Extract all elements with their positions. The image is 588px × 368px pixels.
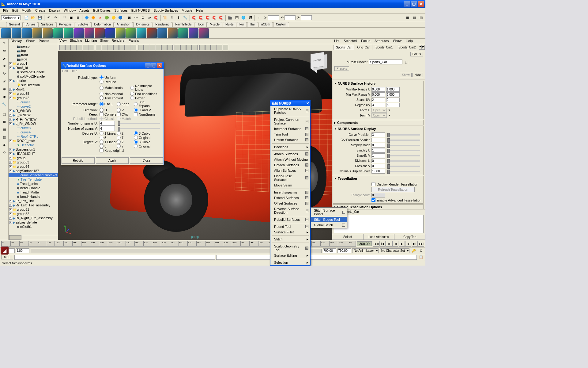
shelf-item-10[interactable]: [105, 28, 115, 38]
vp-tool-0[interactable]: [59, 45, 65, 50]
outliner-item[interactable]: 〰curve1: [9, 100, 58, 104]
menu-item[interactable]: Stitch▶: [270, 236, 310, 242]
shelf-item-19[interactable]: [199, 28, 209, 38]
rotate-tool-icon[interactable]: ↻: [1, 70, 8, 77]
expand-icon[interactable]: +: [9, 114, 12, 117]
last-tool-icon[interactable]: 🔧: [1, 101, 8, 108]
option-box-icon[interactable]: □: [305, 169, 308, 172]
vp-tool-6[interactable]: [96, 45, 101, 50]
vp-tool-4[interactable]: [83, 45, 88, 50]
ipr-icon[interactable]: 🎞: [234, 15, 240, 21]
attr-input[interactable]: [371, 164, 385, 168]
option-box-icon[interactable]: □: [306, 109, 308, 112]
apply-button[interactable]: Apply: [96, 157, 129, 164]
select-button[interactable]: Select: [332, 234, 363, 240]
menu-surfaces[interactable]: Surfaces: [112, 8, 129, 13]
range-end-input[interactable]: [323, 248, 336, 253]
vp-tool-1[interactable]: [65, 45, 71, 50]
radio-option[interactable]: 3 Cubic: [134, 131, 151, 135]
option-box-icon[interactable]: □: [305, 133, 308, 136]
show-button[interactable]: Show: [400, 73, 412, 77]
outliner-item[interactable]: 📷persp: [9, 44, 58, 48]
outliner-item[interactable]: 📷top: [9, 48, 58, 53]
attr-slider[interactable]: [387, 150, 420, 151]
load-attributes-button[interactable]: Load Attributes: [363, 234, 394, 240]
outliner-item[interactable]: +◆R_Rr_WNDW: [9, 117, 58, 121]
mask5-icon[interactable]: 🟡: [111, 15, 117, 21]
select-obj-icon[interactable]: ▣: [68, 15, 74, 21]
shelf-tab-subdivs[interactable]: Subdivs: [75, 22, 91, 27]
shelf-item-7[interactable]: [74, 28, 84, 38]
option-box-icon[interactable]: □: [306, 209, 308, 212]
radio-option[interactable]: 1 Linear: [100, 140, 117, 144]
shelf-item-5[interactable]: [53, 28, 63, 38]
menu-item[interactable]: Untrim Surfaces□: [270, 137, 310, 143]
rebuild-button[interactable]: Rebuild: [62, 157, 95, 164]
vp-tool-19[interactable]: [175, 45, 180, 50]
option-box-icon[interactable]: □: [305, 247, 308, 250]
radio-option[interactable]: 0 to #spans: [134, 100, 151, 108]
shelf-item-16[interactable]: [168, 28, 178, 38]
vp-tool-10[interactable]: [119, 45, 125, 50]
expand-icon[interactable]: +: [9, 67, 12, 69]
shelf-item-12[interactable]: [126, 28, 136, 38]
outliner-item[interactable]: +◆Rr_Right_Tire_assembly: [9, 216, 58, 220]
menu-item[interactable]: Surface Fillet▶: [270, 229, 310, 235]
expand-icon[interactable]: +: [9, 79, 12, 82]
slider[interactable]: [118, 123, 160, 124]
expand-icon[interactable]: +: [9, 165, 12, 168]
range-start-input[interactable]: [16, 248, 29, 253]
maximize-button[interactable]: ▢: [411, 1, 417, 7]
menu-window[interactable]: Window: [62, 8, 77, 13]
menu-file[interactable]: File: [1, 8, 10, 13]
presets-button[interactable]: Presets: [334, 66, 349, 71]
step-fwd-key-button[interactable]: ▶|: [412, 241, 418, 247]
outliner-item[interactable]: 〰curve3: [9, 126, 58, 130]
shelf-item-13[interactable]: [137, 28, 146, 38]
option-box-icon[interactable]: □: [305, 127, 308, 130]
outliner-item[interactable]: 📷side: [9, 57, 58, 61]
shelf-tab-surfaces[interactable]: Surfaces: [38, 22, 56, 27]
attr-select[interactable]: Open: [371, 108, 387, 113]
outliner-item[interactable]: +◆Interior: [9, 79, 58, 83]
menu-item[interactable]: Sculpt Geometry Tool□: [270, 243, 310, 253]
outliner-item[interactable]: 〰curve4: [9, 130, 58, 134]
attr-slider[interactable]: [387, 140, 420, 141]
dlg-menu-help[interactable]: Help: [70, 69, 77, 74]
outliner-item[interactable]: 〰curve2: [9, 104, 58, 109]
attr-input[interactable]: [371, 169, 385, 174]
dlg-menu-edit[interactable]: Edit: [62, 69, 68, 74]
outliner-item[interactable]: +📁group: [9, 156, 58, 160]
shelf-tab-ncloth[interactable]: nCloth: [258, 22, 273, 27]
shelf-item-3[interactable]: [32, 28, 42, 38]
expand-icon[interactable]: +: [9, 92, 12, 95]
attr-menu-list[interactable]: List: [333, 39, 340, 44]
vp-tool-12[interactable]: [131, 45, 136, 50]
tc-input[interactable]: [371, 193, 385, 197]
submenu-item[interactable]: Stitch Surface Points: [311, 208, 347, 217]
spans-v-input[interactable]: [100, 126, 115, 131]
menu-create[interactable]: Create: [33, 8, 47, 13]
step-back-key-button[interactable]: |◀: [379, 241, 386, 247]
outliner-item[interactable]: +📁group38: [9, 91, 58, 96]
shelf-item-11[interactable]: [116, 28, 126, 38]
attr-slider[interactable]: [387, 166, 420, 167]
shelf-tab-deformation[interactable]: Deformation: [91, 22, 113, 27]
layout2-icon[interactable]: ▤: [411, 15, 417, 21]
menu-item[interactable]: Attach Without Moving: [270, 157, 310, 162]
radio-option[interactable]: Keep: [117, 102, 134, 106]
attr-select[interactable]: Open: [371, 113, 387, 118]
menu-item[interactable]: Project Curve on Surface□: [270, 117, 310, 126]
hide-button[interactable]: Hide: [412, 73, 423, 77]
shelf-item-9[interactable]: [95, 28, 105, 38]
outliner-item[interactable]: 〰curve5attachedCurve2at: [9, 173, 58, 177]
outliner-item[interactable]: 〰Roof_CTRL: [9, 134, 58, 139]
output-icon[interactable]: ⬆: [175, 15, 182, 21]
magnet2-icon[interactable]: 🧲: [198, 15, 204, 21]
outliner-item[interactable]: +📁group64: [9, 164, 58, 169]
outliner-item[interactable]: ◆Tread_Matte: [9, 190, 58, 194]
menu-display[interactable]: Display: [47, 8, 62, 13]
outliner-item[interactable]: +◆Roof1: [9, 87, 58, 91]
layout3-icon[interactable]: ▥: [418, 15, 424, 21]
attr-input[interactable]: [371, 103, 385, 107]
